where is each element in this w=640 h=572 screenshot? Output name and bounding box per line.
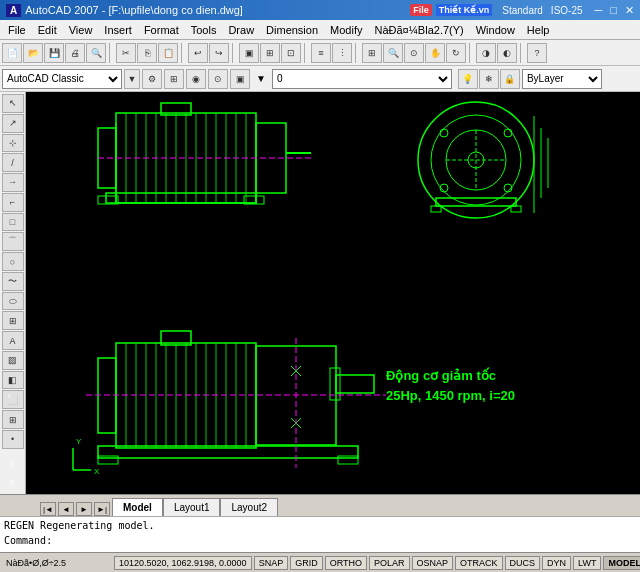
tool-spline[interactable]: 〜 (2, 272, 24, 291)
menu-window[interactable]: Window (470, 22, 521, 38)
tb-zoom-win[interactable]: ⊞ (362, 43, 382, 63)
tool-insert[interactable]: ⊞ (2, 311, 24, 330)
maximize-button[interactable]: □ (610, 4, 617, 16)
tool-ray[interactable]: → (2, 173, 24, 192)
menu-edit[interactable]: Edit (32, 22, 63, 38)
status-dyn[interactable]: DYN (542, 556, 571, 570)
status-model[interactable]: MODEL (603, 556, 640, 570)
tool-table[interactable]: ⊞ (2, 410, 24, 429)
status-coord-value[interactable]: 10120.5020, 1062.9198, 0.0000 (114, 556, 252, 570)
menu-dimension[interactable]: Dimension (260, 22, 324, 38)
tool-line[interactable]: / (2, 153, 24, 172)
tb-sep5 (355, 43, 359, 63)
tb-redo[interactable]: ↪ (209, 43, 229, 63)
status-otrack[interactable]: OTRACK (455, 556, 503, 570)
tab-bar: |◄ ◄ ► ►| Model Layout1 Layout2 (0, 494, 640, 516)
tb-wb3[interactable]: ⊞ (164, 69, 184, 89)
minimize-button[interactable]: ─ (595, 4, 603, 16)
tb-pan-rt[interactable]: ✋ (425, 43, 445, 63)
tool-arc[interactable]: ⌒ (2, 232, 24, 251)
title-left: A AutoCAD 2007 - [F:\upfile\dong co dien… (6, 4, 243, 17)
tool-rect[interactable]: □ (2, 213, 24, 232)
tool-point[interactable]: • (2, 430, 24, 449)
tb-plot[interactable]: 🖨 (65, 43, 85, 63)
tool-pline[interactable]: ⌐ (2, 193, 24, 212)
svg-text:Y: Y (76, 437, 82, 446)
tb-freeze[interactable]: ❄ (479, 69, 499, 89)
tb-shade[interactable]: ◑ (476, 43, 496, 63)
tb-help[interactable]: ? (527, 43, 547, 63)
tool-mtext[interactable]: A (2, 331, 24, 350)
menu-modify[interactable]: Modify (324, 22, 368, 38)
tb-render[interactable]: ◐ (497, 43, 517, 63)
tool-hatch[interactable]: ▨ (2, 351, 24, 370)
workspace-select[interactable]: AutoCAD Classic (2, 69, 122, 89)
tb-xref[interactable]: ⊡ (281, 43, 301, 63)
command-output: REGEN Regenerating model. (4, 519, 636, 533)
tb-wb2[interactable]: ⚙ (142, 69, 162, 89)
tb-lock[interactable]: 🔒 (500, 69, 520, 89)
status-ducs[interactable]: DUCS (505, 556, 541, 570)
menu-format[interactable]: Format (138, 22, 185, 38)
menu-custom[interactable]: NàĐã¤¼Bla2.7(Y) (368, 22, 469, 38)
logo-file: File (410, 4, 432, 16)
tab-model[interactable]: Model (112, 498, 163, 516)
tb-orbit[interactable]: ↻ (446, 43, 466, 63)
status-osnap[interactable]: OSNAP (412, 556, 454, 570)
menu-view[interactable]: View (63, 22, 99, 38)
status-polar[interactable]: POLAR (369, 556, 410, 570)
tb-block[interactable]: ▣ (239, 43, 259, 63)
tb-paste[interactable]: 📋 (158, 43, 178, 63)
tool-ellipse[interactable]: ⬭ (2, 292, 24, 311)
standard-label: Standard (502, 5, 543, 16)
tb-open[interactable]: 📂 (23, 43, 43, 63)
tb-undo[interactable]: ↩ (188, 43, 208, 63)
tab-nav-next[interactable]: ► (76, 502, 92, 516)
tab-layout2[interactable]: Layout2 (220, 498, 278, 516)
tool-snap[interactable]: ⊹ (2, 134, 24, 153)
tool-gradient[interactable]: ◧ (2, 371, 24, 390)
tool-select[interactable]: ↖ (2, 94, 24, 113)
menu-file[interactable]: File (2, 22, 32, 38)
tb-copy[interactable]: ⎘ (137, 43, 157, 63)
status-ortho[interactable]: ORTHO (325, 556, 367, 570)
tb-zoom-ext[interactable]: ⊙ (404, 43, 424, 63)
tool-select2[interactable]: ↗ (2, 114, 24, 133)
bylayer-select[interactable]: ByLayer (522, 69, 602, 89)
command-input[interactable] (52, 535, 636, 546)
status-grid[interactable]: GRID (290, 556, 323, 570)
tb-design[interactable]: ⋮ (332, 43, 352, 63)
menu-tools[interactable]: Tools (185, 22, 223, 38)
tb-cut[interactable]: ✂ (116, 43, 136, 63)
menu-insert[interactable]: Insert (98, 22, 138, 38)
tb-new[interactable]: 📄 (2, 43, 22, 63)
close-button[interactable]: ✕ (625, 4, 634, 17)
tb-zoom-prev[interactable]: 🔍 (383, 43, 403, 63)
tab-nav-prev[interactable]: ◄ (58, 502, 74, 516)
status-bar: NàĐã•Ø,Ø÷2.5 10120.5020, 1062.9198, 0.00… (0, 552, 640, 572)
canvas-area[interactable]: Y X Động cơ giảm tốc 25Hp, 1450 rpm, i=2… (26, 92, 640, 494)
tool-region[interactable]: ⬜ (2, 390, 24, 409)
tb-workspace-btn[interactable]: ▼ (124, 69, 140, 89)
tb-wb4[interactable]: ◉ (186, 69, 206, 89)
tool-circle[interactable]: ○ (2, 252, 24, 271)
menu-draw[interactable]: Draw (222, 22, 260, 38)
status-snap[interactable]: SNAP (254, 556, 289, 570)
tb-insert[interactable]: ⊞ (260, 43, 280, 63)
tab-nav-first[interactable]: |◄ (40, 502, 56, 516)
tb-prop[interactable]: ≡ (311, 43, 331, 63)
tab-nav-last[interactable]: ►| (94, 502, 110, 516)
tb-wb6[interactable]: ▣ (230, 69, 250, 89)
tab-layout1[interactable]: Layout1 (163, 498, 221, 516)
logo-thietke: Thiết Kế.vn (436, 4, 493, 16)
tb-wb5[interactable]: ⊙ (208, 69, 228, 89)
title-text: AutoCAD 2007 - [F:\upfile\dong co dien.d… (25, 4, 243, 16)
tb-preview[interactable]: 🔍 (86, 43, 106, 63)
tb-light-on[interactable]: 💡 (458, 69, 478, 89)
status-coords: NàĐã•Ø,Ø÷2.5 (2, 558, 112, 568)
tb-sep2 (181, 43, 185, 63)
tb-save[interactable]: 💾 (44, 43, 64, 63)
layer-select[interactable]: 0 (272, 69, 452, 89)
menu-help[interactable]: Help (521, 22, 556, 38)
status-lwt[interactable]: LWT (573, 556, 601, 570)
